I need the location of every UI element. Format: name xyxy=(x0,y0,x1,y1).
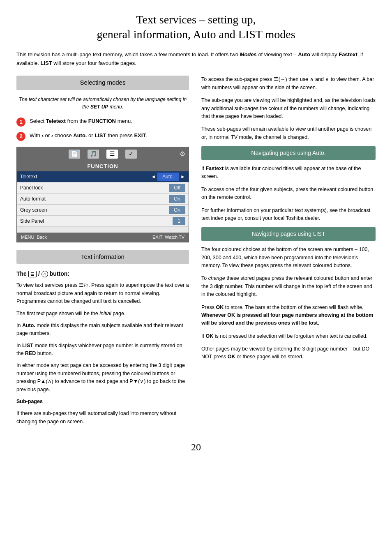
step-1-number: 1 xyxy=(16,118,25,127)
text-info-para1: To view text services press ☰/○. Press a… xyxy=(16,281,189,305)
nav-list-para1: The four coloured choices at the bottom … xyxy=(201,246,376,270)
tv-menu-val-grey-screen: On xyxy=(169,206,185,214)
text-info-body: To view text services press ☰/○. Press a… xyxy=(16,281,189,426)
tv-menu-label-auto-format: Auto format xyxy=(20,195,46,203)
tv-menu-bottom-right: EXIT Watch TV xyxy=(152,234,184,241)
nav-list-para5: Other pages may be viewed by entering th… xyxy=(201,345,376,361)
arrow-right-icon: ► xyxy=(180,173,185,180)
subpages-heading: Sub-pages xyxy=(16,398,189,406)
page-title: Text services – setting up, general info… xyxy=(16,12,376,42)
tv-menu-row-panel-lock: Panel lock Off xyxy=(17,182,189,194)
tv-menu-title: FUNCTION xyxy=(17,161,189,172)
sub-pages-para2: The sub-page you are viewing will be hig… xyxy=(201,97,376,120)
nav-auto-para1: If Fastext is available four coloured ti… xyxy=(201,165,376,181)
tv-menu-label-side-panel: Side Panel xyxy=(20,217,44,225)
step-1-text: Select Teletext from the FUNCTION menu. xyxy=(30,117,132,125)
step-2-number: 2 xyxy=(16,132,25,141)
menu-icon-1: 📄 xyxy=(69,150,80,159)
right-column: To access the sub-pages press ☰(→) then … xyxy=(201,76,376,430)
tv-menu-row-teletext: Teletext ◄ Auto. ► xyxy=(17,171,189,182)
nav-list-para2: To change these stored pages press the r… xyxy=(201,274,376,298)
tv-menu-icons-row: 📄 🎵 ☰ ✓ xyxy=(17,147,189,161)
left-column: Selecting modes The text character set w… xyxy=(16,76,189,430)
intro-paragraph: This television has a multi-page text me… xyxy=(16,51,376,68)
tv-menu-bottom-left: MENU Back xyxy=(21,234,47,241)
sub-pages-para3: These sub-pages will remain available to… xyxy=(201,125,376,141)
nav-auto-para2: To access one of the four given subjects… xyxy=(201,186,376,202)
nav-auto-header: Navigating pages using Auto. xyxy=(201,146,376,160)
selecting-modes-header: Selecting modes xyxy=(16,76,189,90)
the-button-line: The ☰ / ○ button: xyxy=(16,270,189,278)
tv-menu-val-side-panel: 1 xyxy=(173,217,185,225)
arrow-left-icon: ◄ xyxy=(151,173,156,180)
main-content: Selecting modes The text character set w… xyxy=(16,76,376,430)
nav-list-para4: If OK is not pressed the selection will … xyxy=(201,332,376,340)
tv-menu-row-side-panel: Side Panel 1 xyxy=(17,216,189,227)
tv-menu-label-panel-lock: Panel lock xyxy=(20,184,43,191)
tv-menu-val-panel-lock: Off xyxy=(169,184,185,192)
menu-icon-4: ✓ xyxy=(125,150,137,159)
right-col-body: To access the sub-pages press ☰(→) then … xyxy=(201,76,376,361)
tv-menu-bottom-bar: MENU Back EXIT Watch TV xyxy=(17,233,189,242)
tv-menu-val-auto-format: On xyxy=(169,195,185,203)
tv-menu-label-grey-screen: Grey screen xyxy=(20,206,47,214)
menu-button-icon: ☰ xyxy=(28,271,37,277)
sub-pages-para1: To access the sub-pages press ☰(→) then … xyxy=(201,76,376,92)
text-info-para5: In either mode any text page can be acce… xyxy=(16,362,189,394)
tv-menu-row-auto-format: Auto format On xyxy=(17,194,189,205)
nav-list-para3: Press OK to store. The bars at the botto… xyxy=(201,304,376,327)
step-2-text: With ‹ or › choose Auto. or LIST then pr… xyxy=(30,131,148,140)
text-info-para4: In LIST mode this displays whichever pag… xyxy=(16,342,189,358)
tv-menu-row-grey-screen: Grey screen On xyxy=(17,205,189,216)
tv-menu-val-teletext: Auto. xyxy=(157,173,179,181)
step-2: 2 With ‹ or › choose Auto. or LIST then … xyxy=(16,131,189,141)
menu-icon-2: 🎵 xyxy=(88,150,99,159)
nav-list-header: Navigating pages using LIST xyxy=(201,227,376,241)
page-number: 20 xyxy=(16,440,376,454)
circle-button-icon: ○ xyxy=(42,271,48,277)
tv-menu-label-teletext: Teletext xyxy=(20,173,37,180)
italic-note: The text character set will be automatic… xyxy=(16,96,189,111)
text-information-header: Text information xyxy=(16,250,189,264)
text-info-para3: In Auto. mode this displays the main sub… xyxy=(16,322,189,338)
subpages-text: If there are sub-pages they will automat… xyxy=(16,410,189,426)
step-1: 1 Select Teletext from the FUNCTION menu… xyxy=(16,117,189,127)
menu-icon-3: ☰ xyxy=(106,150,118,159)
text-info-para2: The first text page shown will be the in… xyxy=(16,310,189,318)
tv-menu-screenshot: 📄 🎵 ☰ ✓ FUNCTION Teletext ◄ Auto. ► Pane… xyxy=(16,147,189,242)
nav-auto-para3: For further information on your particul… xyxy=(201,207,376,223)
text-information-section: Text information The ☰ / ○ button: To vi… xyxy=(16,250,189,426)
